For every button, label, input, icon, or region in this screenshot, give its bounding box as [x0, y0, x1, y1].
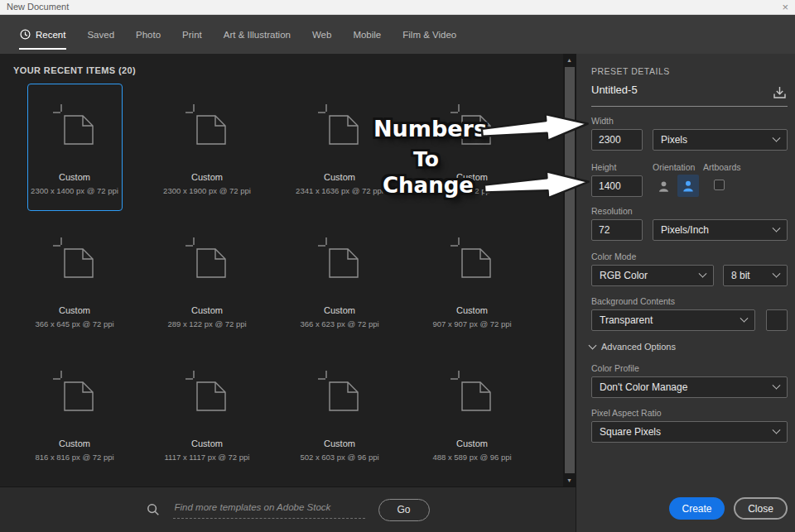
width-unit-value: Pixels — [661, 134, 687, 146]
template-card[interactable]: Custom x @ 72 pp — [425, 84, 520, 211]
recent-items-header: YOUR RECENT ITEMS (20) — [13, 65, 136, 75]
color-profile-select[interactable]: Don't Color Manage — [591, 376, 788, 398]
landscape-icon — [680, 179, 696, 193]
template-card[interactable]: Custom 366 x 645 px @ 72 ppi — [27, 217, 123, 344]
portrait-icon — [658, 179, 670, 194]
tab-photo[interactable]: Photo — [125, 15, 171, 54]
clock-icon — [20, 29, 31, 40]
recent-items-grid: Custom 2300 x 1400 px @ 72 ppi Custom 23… — [8, 84, 538, 483]
document-icon — [184, 103, 230, 149]
preset-details-header: PRESET DETAILS — [591, 66, 670, 76]
template-name: Custom — [456, 305, 488, 315]
window-close-icon[interactable]: × — [782, 1, 788, 13]
tab-web[interactable]: Web — [301, 15, 342, 54]
document-icon — [316, 369, 363, 415]
go-button[interactable]: Go — [378, 499, 430, 521]
template-dims: 816 x 816 px @ 72 ppi — [35, 453, 113, 462]
tab-print[interactable]: Print — [171, 15, 213, 54]
chevron-down-icon — [740, 314, 749, 322]
height-input[interactable] — [591, 175, 643, 197]
tab-label: Recent — [36, 30, 65, 40]
resolution-unit-select[interactable]: Pixels/Inch — [653, 219, 788, 241]
template-dims: 907 x 907 px @ 72 ppi — [432, 319, 511, 328]
new-document-dialog: New Document × Recent Saved Photo Print … — [0, 0, 795, 532]
background-contents-value: Transparent — [600, 314, 653, 326]
document-name-input[interactable] — [591, 84, 757, 96]
document-icon — [184, 369, 230, 415]
background-color-swatch — [766, 309, 788, 331]
tab-film-video[interactable]: Film & Video — [392, 15, 467, 54]
chevron-down-icon — [589, 341, 597, 349]
save-preset-icon[interactable] — [772, 85, 788, 101]
document-icon — [316, 103, 363, 149]
scrollbar-thumb[interactable] — [565, 67, 575, 473]
template-name: Custom — [59, 305, 90, 315]
resolution-label: Resolution — [591, 206, 633, 216]
close-button[interactable]: Close — [734, 497, 788, 520]
scroll-down-icon[interactable]: ▼ — [563, 477, 576, 483]
preset-details-panel: PRESET DETAILS Width Pixels Height Orien… — [576, 54, 795, 532]
tab-label: Saved — [87, 30, 114, 40]
background-contents-select[interactable]: Transparent — [591, 309, 755, 331]
template-card[interactable]: Custom 502 x 603 px @ 96 ppi — [292, 350, 388, 477]
window-titlebar: New Document × — [0, 0, 795, 15]
template-name: Custom — [456, 172, 488, 182]
tab-saved[interactable]: Saved — [76, 15, 125, 54]
template-card[interactable]: Custom 2300 x 1400 px @ 72 ppi — [27, 84, 123, 211]
tab-recent[interactable]: Recent — [9, 15, 76, 54]
tab-art-illustration[interactable]: Art & Illustration — [213, 15, 301, 54]
template-dims: 2300 x 1900 px @ 72 ppi — [163, 186, 251, 195]
create-button[interactable]: Create — [669, 497, 725, 520]
template-dims: 488 x 589 px @ 96 ppi — [432, 453, 511, 462]
width-unit-select[interactable]: Pixels — [653, 129, 788, 151]
search-input[interactable] — [173, 501, 365, 519]
chevron-down-icon — [773, 133, 781, 141]
document-icon — [449, 103, 495, 149]
scrollbar: ▲ ▼ — [563, 54, 576, 486]
template-card[interactable]: Custom 2300 x 1900 px @ 72 ppi — [160, 84, 255, 211]
chevron-down-icon — [773, 381, 781, 389]
template-card[interactable]: Custom 366 x 623 px @ 72 ppi — [292, 217, 388, 344]
template-card[interactable]: Custom 2341 x 1636 px @ 72 ppi — [292, 84, 388, 211]
tab-label: Photo — [136, 30, 161, 40]
tab-label: Art & Illustration — [224, 30, 291, 40]
resolution-unit-value: Pixels/Inch — [661, 224, 709, 236]
color-mode-select[interactable]: RGB Color — [591, 265, 714, 286]
document-icon — [51, 236, 98, 282]
advanced-options-toggle[interactable]: Advanced Options — [590, 342, 676, 352]
template-card[interactable]: Custom 816 x 816 px @ 72 ppi — [27, 350, 123, 477]
template-dims: 1117 x 1117 px @ 72 ppi — [165, 453, 250, 462]
pixel-aspect-ratio-select[interactable]: Square Pixels — [591, 421, 788, 443]
width-input[interactable] — [591, 129, 643, 151]
scroll-up-icon[interactable]: ▲ — [563, 57, 576, 63]
document-icon — [449, 236, 495, 282]
chevron-down-icon — [773, 425, 781, 434]
orientation-landscape-button[interactable] — [677, 175, 699, 197]
template-card[interactable]: Custom 289 x 122 px @ 72 ppi — [160, 217, 255, 344]
chevron-down-icon — [699, 269, 707, 277]
bit-depth-select[interactable]: 8 bit — [723, 265, 788, 286]
artboards-checkbox[interactable] — [714, 180, 725, 190]
color-mode-label: Color Mode — [591, 252, 636, 261]
color-profile-label: Color Profile — [591, 363, 639, 373]
advanced-options-label: Advanced Options — [601, 342, 676, 352]
template-card[interactable]: Custom 907 x 907 px @ 72 ppi — [425, 217, 520, 344]
document-icon — [51, 369, 98, 415]
template-card[interactable]: Custom 488 x 589 px @ 96 ppi — [425, 350, 520, 477]
template-dims: x @ 72 pp — [454, 186, 489, 195]
chevron-down-icon — [773, 223, 781, 232]
template-card[interactable]: Custom 1117 x 1117 px @ 72 ppi — [160, 350, 255, 477]
recent-items-panel: YOUR RECENT ITEMS (20) Custom 2300 x 140… — [0, 54, 576, 486]
template-dims: 289 x 122 px @ 72 ppi — [167, 319, 246, 328]
pixel-aspect-ratio-value: Square Pixels — [600, 426, 661, 438]
template-dims: 2300 x 1400 px @ 72 ppi — [31, 186, 118, 195]
template-name: Custom — [191, 172, 223, 182]
tab-mobile[interactable]: Mobile — [342, 15, 392, 54]
template-name: Custom — [191, 305, 223, 315]
document-icon — [449, 369, 495, 415]
template-name: Custom — [456, 439, 488, 448]
template-name: Custom — [59, 172, 90, 182]
adobe-stock-search-bar: Go — [0, 486, 576, 532]
resolution-input[interactable] — [591, 219, 643, 241]
orientation-portrait-button[interactable] — [653, 175, 674, 197]
